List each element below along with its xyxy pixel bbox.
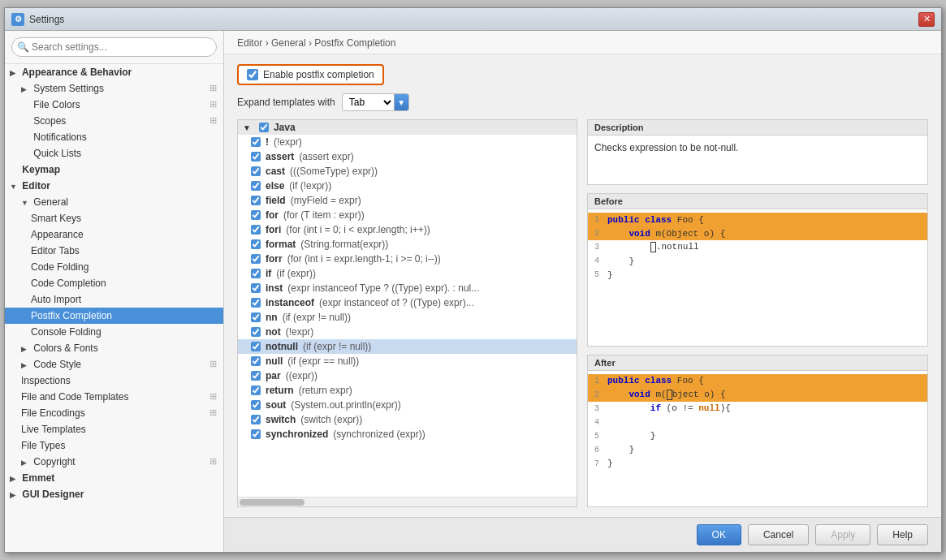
enable-postfix-checkbox[interactable] bbox=[247, 69, 258, 80]
list-item[interactable]: fori (for (int i = 0; i < expr.length; i… bbox=[238, 222, 577, 237]
item-checkbox[interactable] bbox=[251, 152, 261, 162]
before-code-area: 1 public class Foo { 2 void m(Object o) … bbox=[588, 209, 927, 285]
sidebar-item-system-settings[interactable]: System Settings ⊞ bbox=[5, 80, 223, 97]
list-item[interactable]: format (String.format(expr)) bbox=[238, 237, 577, 252]
item-checkbox[interactable] bbox=[251, 196, 261, 205]
sidebar-item-keymap[interactable]: Keymap bbox=[5, 162, 223, 178]
list-item[interactable]: switch (switch (expr)) bbox=[238, 412, 577, 427]
sidebar-item-code-folding[interactable]: Code Folding bbox=[5, 259, 223, 275]
sidebar-item-scopes[interactable]: Scopes ⊞ bbox=[5, 113, 223, 129]
item-key: nn bbox=[266, 312, 278, 323]
sidebar-item-live-templates[interactable]: Live Templates bbox=[5, 421, 223, 437]
sidebar-item-console-folding[interactable]: Console Folding bbox=[5, 324, 223, 340]
item-checkbox[interactable] bbox=[251, 283, 261, 293]
sidebar-item-quick-lists[interactable]: Quick Lists bbox=[5, 145, 223, 162]
ok-button[interactable]: OK bbox=[697, 524, 741, 545]
sidebar-item-label: Code Style bbox=[33, 359, 81, 370]
sidebar-item-label: Notifications bbox=[33, 131, 86, 143]
item-checkbox[interactable] bbox=[251, 356, 261, 366]
list-item[interactable]: par ((expr)) bbox=[238, 368, 577, 383]
sidebar-item-inspections[interactable]: Inspections bbox=[5, 373, 223, 389]
list-item[interactable]: inst (expr instanceof Type ? ((Type) exp… bbox=[238, 281, 577, 295]
right-panel: Editor › General › Postfix Completion En… bbox=[224, 31, 941, 552]
java-header[interactable]: ▼ Java bbox=[238, 120, 577, 135]
item-checkbox[interactable] bbox=[251, 181, 261, 191]
sidebar-item-emmet[interactable]: Emmet bbox=[5, 470, 223, 486]
list-item[interactable]: return (return expr) bbox=[238, 383, 577, 398]
before-panel: Before 1 public class Foo { 2 void m(Obj… bbox=[587, 193, 928, 347]
list-item[interactable]: if (if (expr)) bbox=[238, 266, 577, 281]
item-checkbox[interactable] bbox=[251, 210, 261, 220]
sidebar-item-file-encodings[interactable]: File Encodings ⊞ bbox=[5, 405, 223, 421]
item-checkbox[interactable] bbox=[251, 166, 261, 176]
item-checkbox[interactable] bbox=[251, 239, 261, 249]
help-button[interactable]: Help bbox=[877, 524, 928, 545]
sidebar-item-auto-import[interactable]: Auto Import bbox=[5, 291, 223, 308]
item-checkbox[interactable] bbox=[251, 254, 261, 264]
sidebar-item-code-completion[interactable]: Code Completion bbox=[5, 275, 223, 291]
item-checkbox[interactable] bbox=[251, 415, 261, 424]
list-item[interactable]: forr (for (int i = expr.length-1; i >= 0… bbox=[238, 252, 577, 266]
sidebar-item-file-colors[interactable]: File Colors ⊞ bbox=[5, 97, 223, 113]
sidebar: 🔍 Appearance & Behavior System Settings … bbox=[5, 31, 224, 552]
sidebar-item-editor-tabs[interactable]: Editor Tabs bbox=[5, 243, 223, 259]
sidebar-item-file-types[interactable]: File Types bbox=[5, 437, 223, 454]
sidebar-item-general[interactable]: General bbox=[5, 194, 223, 210]
list-item[interactable]: synchronized (synchronized (expr)) bbox=[238, 427, 577, 442]
sidebar-item-postfix-completion[interactable]: Postfix Completion bbox=[5, 308, 223, 324]
list-item[interactable]: assert (assert expr) bbox=[238, 149, 577, 164]
item-checkbox[interactable] bbox=[251, 137, 261, 147]
item-checkbox[interactable] bbox=[251, 371, 261, 381]
sidebar-item-file-code-templates[interactable]: File and Code Templates ⊞ bbox=[5, 389, 223, 405]
horizontal-scrollbar[interactable] bbox=[238, 497, 577, 506]
item-desc: (for (int i = 0; i < expr.length; i++)) bbox=[286, 224, 430, 235]
item-checkbox[interactable] bbox=[251, 298, 261, 308]
cancel-button[interactable]: Cancel bbox=[748, 524, 809, 545]
sidebar-item-gut-designer[interactable]: GUI Designer bbox=[5, 486, 223, 502]
list-item[interactable]: instanceof (expr instanceof of ? ((Type)… bbox=[238, 295, 577, 310]
expand-dropdown-button[interactable]: ▼ bbox=[394, 93, 408, 111]
line-content: void m(Object o) { bbox=[604, 229, 927, 239]
item-checkbox[interactable] bbox=[251, 386, 261, 395]
list-item[interactable]: ! (!expr) bbox=[238, 135, 577, 149]
list-item[interactable]: nn (if (expr != null)) bbox=[238, 310, 577, 325]
item-checkbox[interactable] bbox=[251, 400, 261, 410]
sidebar-item-label: Code Folding bbox=[31, 261, 89, 273]
close-button[interactable]: ✕ bbox=[918, 12, 935, 27]
list-item[interactable]: field (myField = expr) bbox=[238, 193, 577, 208]
before-header: Before bbox=[588, 194, 927, 209]
item-checkbox[interactable] bbox=[251, 429, 261, 439]
search-input[interactable] bbox=[11, 37, 217, 57]
item-checkbox[interactable] bbox=[251, 269, 261, 278]
sidebar-item-editor[interactable]: Editor bbox=[5, 178, 223, 194]
item-key: fori bbox=[266, 224, 281, 235]
item-checkbox[interactable] bbox=[251, 225, 261, 235]
java-header-checkbox[interactable] bbox=[259, 123, 269, 132]
sidebar-item-copyright[interactable]: Copyright ⊞ bbox=[5, 454, 223, 470]
item-desc: (if (expr != null)) bbox=[303, 341, 371, 352]
code-line: 2 void m(Object o) { bbox=[588, 226, 927, 240]
list-item[interactable]: not (!expr) bbox=[238, 325, 577, 339]
item-checkbox[interactable] bbox=[251, 327, 261, 337]
list-item[interactable]: null (if (expr == null)) bbox=[238, 354, 577, 368]
sidebar-item-smart-keys[interactable]: Smart Keys bbox=[5, 210, 223, 226]
sidebar-item-notifications[interactable]: Notifications bbox=[5, 129, 223, 145]
list-item[interactable]: cast (((SomeType) expr)) bbox=[238, 164, 577, 179]
chevron-icon bbox=[10, 69, 18, 77]
item-checkbox[interactable] bbox=[251, 312, 261, 322]
expand-templates-select[interactable]: Tab Enter Space bbox=[343, 94, 394, 110]
sidebar-item-colors-fonts[interactable]: Colors & Fonts bbox=[5, 340, 223, 356]
item-key: par bbox=[266, 370, 281, 381]
list-item[interactable]: sout (System.out.println(expr)) bbox=[238, 398, 577, 412]
item-checkbox[interactable] bbox=[251, 342, 261, 351]
apply-button[interactable]: Apply bbox=[815, 524, 870, 545]
list-item[interactable]: for (for (T item : expr)) bbox=[238, 208, 577, 222]
item-desc: (for (int i = expr.length-1; i >= 0; i--… bbox=[287, 253, 441, 265]
sidebar-item-appearance-behavior[interactable]: Appearance & Behavior bbox=[5, 64, 223, 80]
list-item[interactable]: else (if (!expr)) bbox=[238, 179, 577, 193]
sidebar-item-appearance[interactable]: Appearance bbox=[5, 226, 223, 243]
sidebar-item-code-style[interactable]: Code Style ⊞ bbox=[5, 356, 223, 373]
list-item-notnull[interactable]: notnull (if (expr != null)) bbox=[238, 339, 577, 354]
chevron-icon bbox=[21, 85, 29, 93]
item-key: assert bbox=[266, 151, 294, 162]
